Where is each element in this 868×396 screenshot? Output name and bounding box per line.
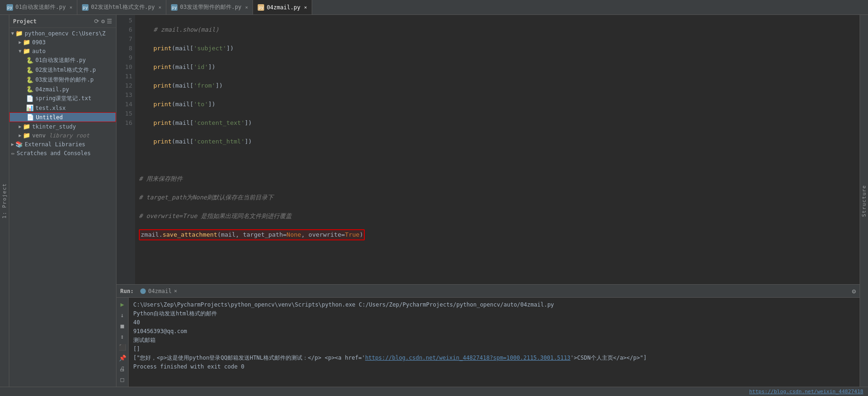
- run-stop-button[interactable]: ■: [118, 321, 127, 330]
- settings-icon[interactable]: ⚙: [101, 18, 105, 25]
- expand-arrow: ▶: [11, 142, 14, 147]
- run-wrap-button[interactable]: ⬛: [118, 342, 127, 352]
- code-line-10: print(mail['content_text']): [139, 118, 856, 128]
- tree-item-label: tkinter_study: [32, 123, 76, 130]
- tab-04-close[interactable]: ✕: [304, 5, 307, 10]
- run-output-line-6: []: [133, 345, 855, 354]
- tree-item-label: spring课堂笔记.txt: [35, 95, 91, 102]
- code-line-16: zmail.save_attachment(mail, target_path=…: [139, 230, 856, 239]
- code-line-14: # target_path为None则默认保存在当前目录下: [139, 193, 856, 202]
- tab-03-close[interactable]: ✕: [245, 5, 248, 10]
- status-link[interactable]: https://blog.csdn.net/weixin_44827418: [749, 389, 863, 395]
- run-body: ▶ ↓ ■ ↕ ⬛ 📌 🖨 □ C:\Users\Zep\PycharmProj…: [116, 298, 860, 387]
- run-header: Run: 04zmail ✕ ⚙: [116, 285, 860, 298]
- tab-03-label: 03发送带附件的邮件.py: [180, 3, 241, 11]
- run-settings-icon[interactable]: ⚙: [852, 287, 856, 295]
- run-output-line-1: C:\Users\Zep\PycharmProjects\python_open…: [133, 300, 855, 309]
- code-line-15: # overwrite=True 是指如果出现同名文件则进行覆盖: [139, 212, 856, 221]
- tree-item-label: test.xlsx: [35, 105, 66, 111]
- code-line-11: print(mail['content_html']): [139, 137, 856, 146]
- code-line-9: print(mail['to']): [139, 100, 856, 109]
- tree-item-label: auto: [32, 48, 46, 55]
- run-output-line-2: Python自动发送html格式的邮件: [133, 309, 855, 318]
- tree-content: ▼ 📁 python_opencv C:\Users\Z ▶ 📁 0903 ▼ …: [9, 28, 116, 387]
- tree-0903[interactable]: ▶ 📁 0903: [9, 38, 116, 47]
- run-label: Run:: [120, 288, 134, 294]
- project-label-text: 1: Project: [1, 183, 7, 218]
- tree-item-label: 04zmail.py: [35, 86, 69, 93]
- libs-icon: 📚: [15, 141, 23, 148]
- run-copy-button[interactable]: □: [118, 375, 127, 384]
- tree-venv[interactable]: ▶ 📁 venv library root: [9, 131, 116, 140]
- tree-tkinter[interactable]: ▶ 📁 tkinter_study: [9, 122, 116, 131]
- folder-icon: 📁: [23, 123, 30, 130]
- py-file-icon-3: py: [171, 4, 178, 11]
- run-output-line-5: 测试邮箱: [133, 336, 855, 345]
- scratch-icon: ✏️: [11, 150, 15, 157]
- tab-bar: py 01自动发送邮件.py ✕ py 02发送html格式文件.py ✕ py…: [0, 0, 868, 15]
- code-editor[interactable]: 5 6 7 8 9 10 11 12 13 14 15 16 # zmail.s…: [116, 15, 860, 284]
- panel-header: Project ⟳ ⚙ ☰: [9, 15, 116, 28]
- run-tab-close[interactable]: ✕: [174, 288, 177, 294]
- tab-03[interactable]: py 03发送带附件的邮件.py ✕: [166, 0, 253, 14]
- expand-arrow: ▶: [19, 124, 21, 129]
- run-tab-04zmail[interactable]: 04zmail ✕: [137, 287, 180, 295]
- folder-icon: 📁: [15, 30, 23, 37]
- py-file-icon: py: [7, 4, 13, 11]
- structure-tab[interactable]: Structure: [860, 15, 868, 387]
- xlsx-file-icon: 📊: [26, 104, 34, 111]
- tab-01[interactable]: py 01自动发送邮件.py ✕: [2, 0, 77, 14]
- code-line-12: [139, 156, 856, 165]
- run-output-line-7: ["您好，<p>这是使用python登录QQ邮箱发送HTNL格式邮件的测试：</…: [133, 354, 855, 362]
- tree-scratches-label: Scratches and Consoles: [17, 150, 91, 157]
- run-down-button[interactable]: ↓: [118, 310, 127, 320]
- tree-file4[interactable]: 🐍 04zmail.py: [9, 85, 116, 94]
- project-panel: Project ⟳ ⚙ ☰ ▼ 📁 python_opencv C:\Users…: [9, 15, 116, 387]
- editor-area: 5 6 7 8 9 10 11 12 13 14 15 16 # zmail.s…: [116, 15, 860, 387]
- tree-file2[interactable]: 🐍 02发送html格式文件.p: [9, 65, 116, 75]
- tab-02-close[interactable]: ✕: [158, 5, 161, 10]
- code-line-7: print(mail['id']): [139, 62, 856, 72]
- py-file-icon: 🐍: [26, 86, 34, 93]
- project-sidebar-label[interactable]: 1: Project: [0, 15, 9, 387]
- tab-04[interactable]: py 04zmail.py ✕: [253, 0, 312, 14]
- run-play-button[interactable]: ▶: [118, 300, 127, 309]
- untitled-file-icon: 📄: [27, 114, 34, 121]
- tab-04-label: 04zmail.py: [267, 4, 300, 11]
- tree-ext-libs[interactable]: ▶ 📚 External Libraries: [9, 140, 116, 149]
- code-line-13: # 用来保存附件: [139, 174, 856, 184]
- tree-item-label: 0903: [32, 39, 46, 46]
- code-line-8: print(mail['from']): [139, 81, 856, 90]
- tree-auto[interactable]: ▼ 📁 auto: [9, 47, 116, 55]
- tree-item-label: 02发送html格式文件.p: [35, 66, 96, 74]
- tab-02-label: 02发送html格式文件.py: [91, 3, 155, 11]
- run-print-button[interactable]: 🖨: [118, 364, 127, 373]
- tree-file3[interactable]: 🐍 03发送带附件的邮件.p: [9, 75, 116, 85]
- tree-untitled[interactable]: 📄 Untitled: [9, 112, 116, 122]
- run-scroll-button[interactable]: ↕: [118, 332, 127, 341]
- tree-untitled-label: Untitled: [36, 114, 63, 121]
- gear-icon[interactable]: ☰: [107, 18, 112, 25]
- tree-file5[interactable]: 📄 spring课堂笔记.txt: [9, 94, 116, 103]
- line-numbers: 5 6 7 8 9 10 11 12 13 14 15 16: [116, 15, 135, 284]
- run-left-toolbar: ▶ ↓ ■ ↕ ⬛ 📌 🖨 □: [116, 298, 129, 387]
- tab-02[interactable]: py 02发送html格式文件.py ✕: [77, 0, 166, 14]
- tree-scratches[interactable]: ✏️ Scratches and Consoles: [9, 149, 116, 157]
- run-pin-button[interactable]: 📌: [118, 353, 127, 362]
- output-link[interactable]: https://blog.csdn.net/weixin_44827418?sp…: [365, 355, 571, 361]
- tab-01-close[interactable]: ✕: [69, 5, 72, 10]
- run-panel: Run: 04zmail ✕ ⚙ ▶ ↓ ■ ↕ ⬛ 📌 🖨 □: [116, 284, 860, 387]
- sync-icon[interactable]: ⟳: [94, 18, 99, 25]
- tree-item-label: 03发送带附件的邮件.p: [35, 76, 94, 84]
- py-file-icon-2: py: [82, 4, 89, 11]
- tree-item-label: python_opencv C:\Users\Z: [25, 30, 105, 37]
- code-content[interactable]: # zmail.show(mail) print(mail['subject']…: [135, 15, 860, 284]
- folder-icon: 📁: [23, 132, 30, 139]
- run-output-line-9: Process finished with exit code 0: [133, 362, 855, 371]
- py-file-icon: 🐍: [26, 67, 34, 74]
- tree-file1[interactable]: 🐍 01自动发送邮件.py: [9, 55, 116, 65]
- tree-python-opencv[interactable]: ▼ 📁 python_opencv C:\Users\Z: [9, 29, 116, 38]
- tree-item-label: 01自动发送邮件.py: [35, 56, 86, 64]
- status-bar: https://blog.csdn.net/weixin_44827418: [0, 387, 868, 396]
- tree-file6[interactable]: 📊 test.xlsx: [9, 103, 116, 112]
